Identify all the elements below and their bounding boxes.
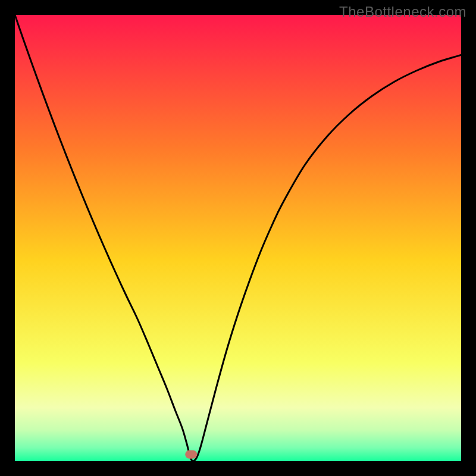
bottleneck-curve-chart [15,15,461,461]
plot-area [15,15,461,461]
watermark-text: TheBottleneck.com [339,4,466,20]
chart-container: TheBottleneck.com [0,0,476,476]
optimum-marker [185,450,197,459]
